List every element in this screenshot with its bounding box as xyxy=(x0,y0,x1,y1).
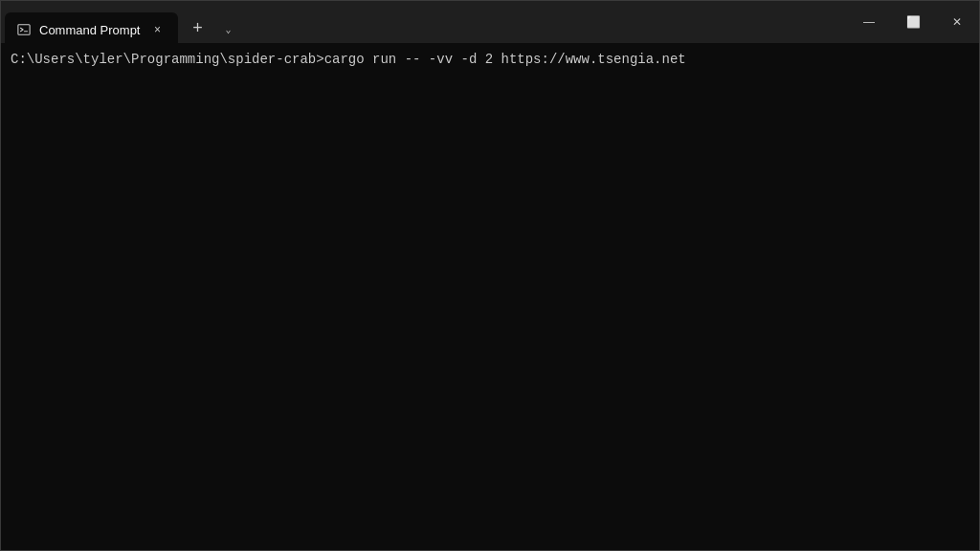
close-button[interactable]: ✕ xyxy=(935,1,979,43)
titlebar: Command Prompt × + ⌄ — ⬜ ✕ xyxy=(1,1,979,43)
tab-label: Command Prompt xyxy=(39,23,140,37)
maximize-button[interactable]: ⬜ xyxy=(891,1,935,43)
tab-area: Command Prompt × + ⌄ xyxy=(1,1,847,43)
tab-close-button[interactable]: × xyxy=(147,20,167,39)
minimize-button[interactable]: — xyxy=(847,1,891,43)
window-controls: — ⬜ ✕ xyxy=(847,1,979,43)
terminal-line: C:\Users\tyler\Programming\spider-crab>c… xyxy=(11,51,969,70)
terminal-window: Command Prompt × + ⌄ — ⬜ ✕ C:\Users\tyle… xyxy=(0,0,980,551)
terminal-icon xyxy=(16,22,32,37)
tab-dropdown-button[interactable]: ⌄ xyxy=(214,16,241,43)
terminal-body[interactable]: C:\Users\tyler\Programming\spider-crab>c… xyxy=(1,43,979,550)
svg-rect-0 xyxy=(18,25,30,35)
new-tab-button[interactable]: + xyxy=(182,12,212,43)
tab-command-prompt[interactable]: Command Prompt × xyxy=(5,12,178,47)
